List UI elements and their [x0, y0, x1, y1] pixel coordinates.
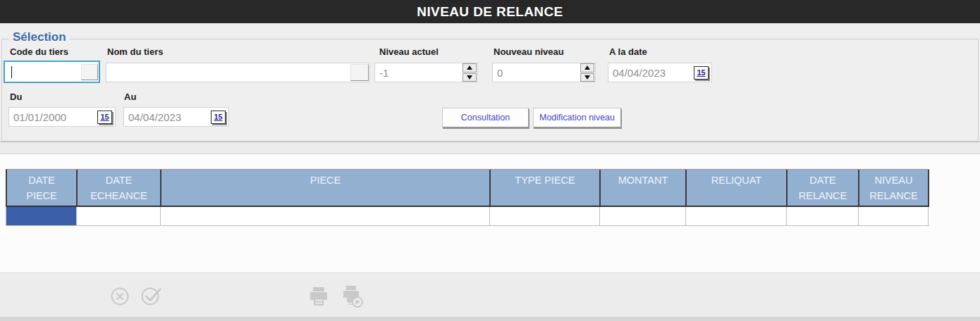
code-tiers-label: Code du tiers — [10, 46, 68, 57]
spin-down-button[interactable] — [463, 73, 477, 82]
a-la-date-input[interactable] — [608, 67, 694, 79]
column-header-montant[interactable]: MONTANT — [601, 170, 687, 206]
text-caret — [11, 66, 12, 78]
nom-tiers-label: Nom du tiers — [107, 46, 163, 57]
nom-tiers-lookup-button[interactable] — [350, 64, 369, 81]
arrow-up-icon — [467, 65, 472, 70]
arrow-down-icon — [584, 75, 590, 80]
a-la-date-label: A la date — [609, 46, 647, 57]
column-header-date-piece[interactable]: DATE PIECE — [7, 170, 78, 206]
au-input[interactable] — [124, 111, 211, 123]
niveau-actuel-label: Niveau actuel — [379, 46, 439, 57]
table-cell[interactable] — [77, 207, 161, 225]
column-header-piece[interactable]: PIECE — [161, 170, 491, 206]
a-la-date-field: 15 — [608, 63, 712, 82]
code-tiers-input[interactable] — [5, 66, 81, 78]
niveau-actuel-input[interactable] — [375, 67, 463, 79]
table-cell[interactable] — [787, 207, 859, 225]
nouveau-niveau-label: Nouveau niveau — [494, 46, 564, 57]
horizontal-divider — [0, 141, 980, 154]
cancel-icon[interactable] — [109, 286, 130, 307]
table-cell[interactable] — [600, 207, 686, 225]
spin-up-button[interactable] — [463, 63, 477, 73]
column-header-type-piece[interactable]: TYPE PIECE — [491, 170, 601, 206]
validate-icon[interactable] — [140, 284, 165, 308]
modification-niveau-button[interactable]: Modification niveau — [533, 108, 621, 127]
calendar-icon[interactable]: 15 — [97, 111, 112, 124]
du-field: 15 — [8, 107, 116, 127]
arrow-down-icon — [467, 75, 472, 80]
calendar-icon[interactable]: 15 — [694, 66, 709, 80]
niveau-actuel-field — [374, 63, 478, 82]
table-cell-selected[interactable] — [6, 207, 77, 225]
calendar-icon[interactable]: 15 — [211, 111, 226, 124]
nouveau-niveau-spinner — [580, 63, 594, 82]
au-label: Au — [124, 92, 136, 102]
selection-legend: Sélection — [9, 30, 70, 44]
table-cell[interactable] — [686, 207, 787, 225]
spin-up-button[interactable] — [580, 63, 594, 73]
nom-tiers-field — [106, 63, 370, 82]
code-tiers-field — [4, 61, 100, 83]
column-header-reliquat[interactable]: RELIQUAT — [687, 170, 788, 206]
nom-tiers-input[interactable] — [106, 67, 350, 79]
page-title: NIVEAU DE RELANCE — [417, 4, 563, 20]
consultation-button[interactable]: Consultation — [442, 108, 529, 127]
window-titlebar: NIVEAU DE RELANCE — [0, 0, 980, 23]
column-header-date-relance[interactable]: DATE RELANCE — [788, 170, 859, 206]
code-tiers-lookup-button[interactable] — [81, 64, 98, 80]
table-cell[interactable] — [859, 207, 929, 225]
niveau-actuel-spinner — [463, 63, 477, 82]
column-header-date-echeance[interactable]: DATE ECHEANCE — [78, 170, 161, 206]
print-export-icon[interactable]: E — [339, 284, 365, 308]
au-field: 15 — [123, 107, 229, 127]
arrow-up-icon — [584, 65, 590, 70]
column-header-niveau-relance[interactable]: NIVEAU RELANCE — [859, 170, 929, 206]
print-icon[interactable] — [307, 285, 330, 308]
table-row — [6, 207, 929, 226]
du-label: Du — [10, 92, 22, 102]
nouveau-niveau-input[interactable] — [493, 67, 580, 79]
table-cell[interactable] — [161, 207, 490, 225]
relance-table: DATE PIECE DATE ECHEANCE PIECE TYPE PIEC… — [6, 169, 929, 226]
table-header-row: DATE PIECE DATE ECHEANCE PIECE TYPE PIEC… — [6, 169, 929, 207]
spin-down-button[interactable] — [580, 73, 594, 82]
nouveau-niveau-field — [492, 63, 596, 82]
window-bottom-edge — [0, 317, 980, 321]
du-input[interactable] — [9, 111, 97, 123]
table-cell[interactable] — [490, 207, 600, 225]
